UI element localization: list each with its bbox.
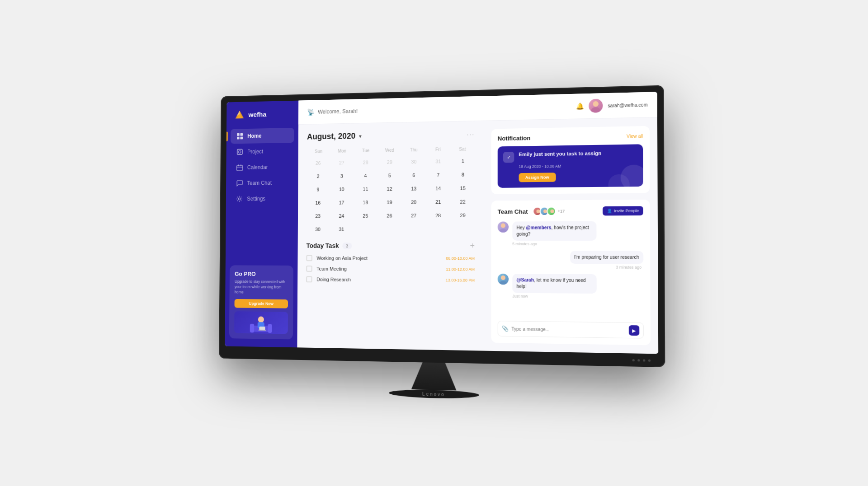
sidebar-nav: Home Project xyxy=(226,127,298,265)
go-pro-desc: Upgrade to stay connected with your team… xyxy=(235,279,288,295)
msg-1-bubble: Hey @members, how's the project going? xyxy=(512,221,596,240)
calendar-day[interactable]: 31 xyxy=(336,223,347,235)
calendar-day[interactable]: 20 xyxy=(408,196,420,208)
msg-3-time: Just now xyxy=(498,294,644,299)
calendar-day[interactable]: 31 xyxy=(432,155,444,167)
task-item-3: Doing Research 13.00-16.00 PM xyxy=(306,276,475,283)
sidebar-item-team-chat[interactable]: Team Chat xyxy=(226,175,298,191)
msg-1-time: 5 minutes ago xyxy=(498,241,643,246)
calendar-day[interactable] xyxy=(359,223,371,235)
svg-point-31 xyxy=(501,275,505,280)
task-checkbox-1[interactable] xyxy=(306,255,312,261)
today-task-title: Today Task xyxy=(307,242,339,249)
bezel-dot-4 xyxy=(648,359,651,361)
calendar-day[interactable]: 28 xyxy=(432,209,444,221)
task-time-2: 11.00-12.00 AM xyxy=(446,267,475,271)
day-header-thu: Thu xyxy=(401,145,426,154)
calendar-day[interactable]: 28 xyxy=(360,156,371,168)
calendar-day[interactable]: 26 xyxy=(384,210,396,221)
msg-1-body: Hey @members, how's the project going? xyxy=(498,221,643,241)
today-task-header: Today Task 3 + xyxy=(307,241,475,249)
calendar-day[interactable]: 18 xyxy=(360,196,371,208)
chat-input[interactable] xyxy=(511,326,626,333)
send-message-button[interactable]: ▶ xyxy=(629,325,639,336)
main-content-area: 📡 Welcome, Sarah! 🔔 sarah@we xyxy=(297,92,658,354)
bezel-dot-1 xyxy=(632,359,635,361)
brand-area: wefha xyxy=(226,108,298,129)
team-chat-section: Team Chat xyxy=(491,199,651,345)
task-name-3: Doing Research xyxy=(316,276,441,283)
bell-icon[interactable]: 🔔 xyxy=(576,102,584,110)
sidebar-item-calendar[interactable]: Calendar xyxy=(226,159,298,175)
upgrade-now-button[interactable]: Upgrade Now xyxy=(235,299,288,308)
task-time-1: 08.00-10.00 AM xyxy=(446,256,475,261)
calendar-day[interactable]: 5 xyxy=(384,169,396,181)
task-checkbox-2[interactable] xyxy=(306,265,312,271)
calendar-day[interactable] xyxy=(457,223,469,234)
sidebar-item-settings[interactable]: Settings xyxy=(226,191,298,206)
attachment-icon[interactable]: 📎 xyxy=(502,325,509,332)
chat-message-2: I'm preparing for user research 3 minute… xyxy=(498,251,644,270)
sidebar-item-home[interactable]: Home xyxy=(231,127,294,143)
calendar-day[interactable]: 26 xyxy=(312,157,324,169)
calendar-day[interactable]: 14 xyxy=(432,182,444,194)
add-task-button[interactable]: + xyxy=(470,241,475,249)
calendar-day[interactable]: 29 xyxy=(457,209,469,221)
sidebar: wefha Home xyxy=(225,100,298,347)
calendar-day[interactable]: 24 xyxy=(336,210,347,222)
task-item-2: Team Meeting 11.00-12.00 AM xyxy=(306,265,475,272)
task-checkbox-3[interactable] xyxy=(306,276,312,282)
calendar-day[interactable]: 11 xyxy=(360,183,371,195)
calendar-day[interactable]: 30 xyxy=(312,223,323,235)
calendar-day[interactable]: 10 xyxy=(336,183,347,195)
calendar-day[interactable]: 16 xyxy=(312,197,324,209)
left-accent xyxy=(226,131,228,141)
calendar-day[interactable]: 17 xyxy=(336,196,347,208)
calendar-day[interactable]: 23 xyxy=(312,210,324,222)
msg-3-avatar xyxy=(498,273,509,284)
view-all-link[interactable]: View all xyxy=(627,133,643,139)
calendar-day[interactable]: 13 xyxy=(408,182,420,194)
notif-icon-box: ✓ xyxy=(503,151,514,163)
calendar-day[interactable]: 29 xyxy=(384,156,395,168)
svg-point-29 xyxy=(501,223,505,228)
calendar-dropdown-icon[interactable]: ▾ xyxy=(359,133,362,139)
calendar-day[interactable]: 2 xyxy=(312,170,324,182)
calendar-day[interactable]: 27 xyxy=(336,157,347,168)
calendar-day[interactable]: 9 xyxy=(312,183,324,195)
calendar-day[interactable]: 21 xyxy=(432,196,444,207)
bezel-dot-3 xyxy=(643,359,645,361)
calendar-day[interactable] xyxy=(408,223,420,235)
sidebar-item-project[interactable]: Project xyxy=(226,143,298,159)
svg-point-30 xyxy=(499,229,507,232)
calendar-more-icon[interactable]: ··· xyxy=(467,130,475,137)
settings-label: Settings xyxy=(247,196,265,202)
calendar-day[interactable]: 25 xyxy=(360,210,371,221)
calendar-day[interactable]: 3 xyxy=(336,170,347,182)
today-task-section: Today Task 3 + Working on Asla Project 0… xyxy=(306,241,475,283)
calendar-day[interactable]: 4 xyxy=(360,170,371,182)
monitor-wrapper: wefha Home xyxy=(219,85,665,402)
day-header-sun: Sun xyxy=(307,147,330,155)
calendar-day[interactable] xyxy=(384,223,396,235)
assign-now-button[interactable]: Assign Now xyxy=(519,173,556,182)
notification-card: ✓ Emily just sent you task to assign 18 … xyxy=(498,144,643,188)
calendar-day[interactable]: 19 xyxy=(384,196,396,208)
calendar-day[interactable]: 12 xyxy=(384,183,396,195)
calendar-day[interactable]: 6 xyxy=(408,169,420,181)
calendar-day[interactable]: 8 xyxy=(457,168,469,180)
calendar-day[interactable]: 27 xyxy=(408,210,420,221)
calendar-day[interactable]: 1 xyxy=(457,155,469,167)
calendar-day[interactable]: 15 xyxy=(457,182,469,194)
calendar-day[interactable]: 22 xyxy=(457,196,469,207)
user-area: 🔔 sarah@wefha.com xyxy=(576,98,647,113)
svg-rect-16 xyxy=(268,324,272,333)
welcome-area: 📡 Welcome, Sarah! xyxy=(307,107,358,116)
go-pro-illustration xyxy=(234,311,288,334)
calendar-day[interactable] xyxy=(432,223,444,234)
project-label: Project xyxy=(247,148,263,154)
invite-people-button[interactable]: 👤 Invite People xyxy=(603,206,643,215)
calendar-day[interactable]: 30 xyxy=(408,155,420,167)
svg-rect-4 xyxy=(241,133,243,136)
calendar-day[interactable]: 7 xyxy=(432,169,444,181)
